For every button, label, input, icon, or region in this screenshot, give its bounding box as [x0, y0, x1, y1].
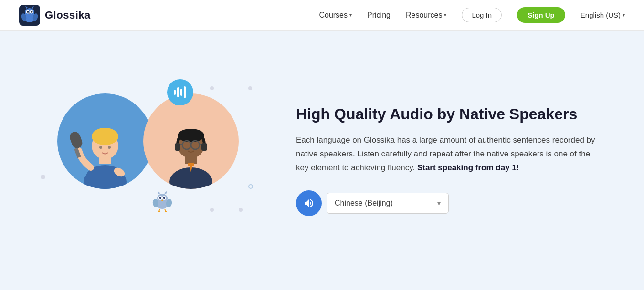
svg-rect-17	[68, 130, 84, 149]
decoration-dot-5	[239, 208, 243, 212]
svg-rect-30	[201, 143, 207, 151]
language-selector[interactable]: English (US) ▾	[581, 11, 625, 19]
main-nav: Courses ▾ Pricing Resources ▾ Log In Sig…	[319, 7, 625, 23]
svg-point-6	[31, 11, 33, 13]
svg-marker-47	[158, 191, 160, 194]
courses-chevron-icon: ▾	[349, 12, 352, 18]
svg-rect-35	[180, 89, 182, 96]
speaker-illustration	[57, 93, 153, 189]
svg-point-14	[92, 128, 118, 145]
speaker-circle	[57, 93, 153, 189]
svg-rect-33	[174, 90, 176, 95]
nav-courses[interactable]: Courses ▾	[319, 11, 352, 20]
svg-rect-29	[175, 143, 180, 151]
svg-point-20	[108, 146, 111, 149]
dropdown-arrow-icon: ▾	[437, 199, 441, 207]
svg-marker-37	[173, 103, 180, 105]
language-dropdown[interactable]: Chinese (Beijing) ▾	[327, 193, 449, 214]
svg-rect-32	[188, 163, 194, 166]
hero-section: High Quality Audio by Native Speakers Ea…	[0, 31, 644, 290]
hero-title: High Quality Audio by Native Speakers	[296, 104, 602, 124]
audio-selector: Chinese (Beijing) ▾	[296, 190, 449, 216]
svg-rect-15	[99, 157, 111, 164]
login-button[interactable]: Log In	[462, 8, 502, 22]
speaker-icon	[303, 197, 315, 209]
listener-illustration	[143, 93, 239, 189]
svg-point-5	[27, 11, 29, 13]
owl-mascot	[150, 189, 174, 213]
resources-chevron-icon: ▾	[444, 12, 446, 18]
hero-illustration	[29, 79, 267, 241]
decoration-dot-3	[41, 175, 45, 179]
svg-rect-34	[177, 87, 179, 97]
hero-content: High Quality Audio by Native Speakers Ea…	[296, 104, 602, 216]
nav-pricing[interactable]: Pricing	[367, 11, 391, 20]
audio-play-button[interactable]	[296, 190, 322, 216]
owl-mascot-icon	[150, 189, 174, 213]
decoration-ring-2	[248, 184, 253, 189]
lang-chevron-icon: ▾	[623, 12, 625, 18]
audio-bubble	[167, 79, 193, 105]
listener-circle	[143, 93, 239, 189]
svg-point-19	[99, 146, 102, 149]
nav-resources[interactable]: Resources ▾	[406, 11, 446, 20]
signup-button[interactable]: Sign Up	[517, 7, 565, 23]
logo-text: Glossika	[45, 9, 91, 21]
svg-point-43	[163, 197, 165, 199]
hero-description: Each language on Glossika has a large am…	[296, 134, 602, 175]
svg-marker-48	[164, 191, 167, 194]
decoration-dot-4	[210, 208, 214, 212]
decoration-dot-1	[210, 86, 214, 90]
svg-point-42	[159, 197, 161, 199]
audio-wave-icon	[167, 79, 193, 105]
glossika-logo-icon	[19, 5, 40, 26]
svg-rect-36	[184, 86, 186, 98]
decoration-dot-2	[248, 86, 252, 90]
logo[interactable]: Glossika	[19, 5, 91, 26]
svg-line-52	[165, 209, 166, 211]
header: Glossika Courses ▾ Pricing Resources ▾ L…	[0, 0, 644, 31]
